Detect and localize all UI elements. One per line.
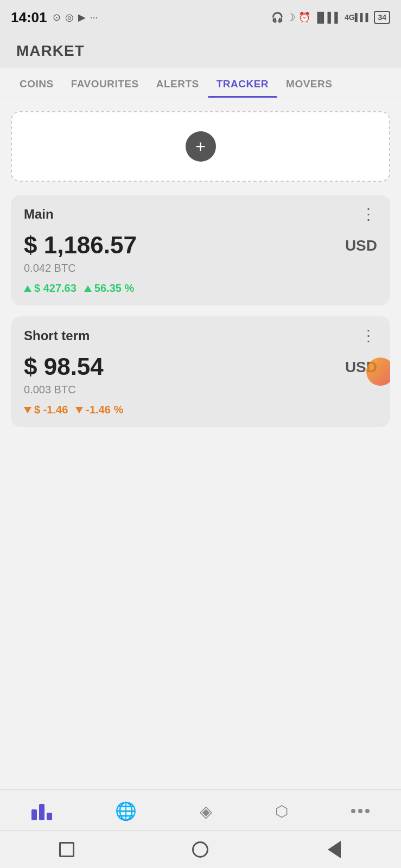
globe-icon: 🌐 (115, 801, 137, 821)
status-left: 14:01 ⊙ ◎ ▶ ··· (11, 9, 98, 26)
bar1 (31, 809, 37, 820)
arrow-down-icon (24, 407, 31, 413)
signal-icon: ▐▌▌▌ (314, 12, 341, 23)
tab-alerts[interactable]: ALERTS (148, 68, 208, 98)
card-change-amount-short-term: $ -1.46 (24, 404, 68, 416)
status-right: 🎧 ☽ ⏰ ▐▌▌▌ 4G▌▌▌ 34 (271, 11, 390, 24)
nav-item-diamond[interactable]: ⬡ (264, 799, 299, 824)
home-icon (192, 841, 208, 858)
moon-icon: ☽ (287, 11, 295, 23)
card-amount-row-short-term: $ 98.54 USD (24, 353, 377, 380)
tab-favourites[interactable]: FAVOURITES (62, 68, 148, 98)
card-change-percent-short-term: -1.46 % (75, 404, 123, 416)
card-change-row-short-term: $ -1.46 -1.46 % (24, 404, 377, 416)
nav-item-chart[interactable] (21, 799, 63, 824)
arrow-down-icon-2 (75, 407, 83, 413)
back-icon (328, 841, 341, 858)
tab-coins[interactable]: COINS (11, 68, 62, 98)
card-menu-short-term[interactable]: ⋮ (361, 328, 377, 343)
main-content: + Main ⋮ $ 1,186.57 USD 0.042 BTC $ 427.… (0, 98, 401, 789)
dot3 (365, 809, 370, 813)
card-change-amount-main: $ 427.63 (24, 282, 77, 295)
diamond-icon: ⬡ (275, 802, 288, 820)
card-header-short-term: Short term ⋮ (24, 328, 377, 343)
card-change-row-main: $ 427.63 56.35 % (24, 282, 377, 295)
network-icon: 4G▌▌▌ (345, 13, 371, 22)
card-btc-short-term: 0.003 BTC (24, 384, 377, 396)
status-bar: 14:01 ⊙ ◎ ▶ ··· 🎧 ☽ ⏰ ▐▌▌▌ 4G▌▌▌ 34 (0, 0, 401, 33)
bottom-nav: 🌐 ◈ ⬡ (0, 789, 401, 830)
card-btc-main: 0.042 BTC (24, 262, 377, 275)
add-portfolio-box[interactable]: + (11, 111, 390, 182)
sys-stop-button[interactable] (57, 840, 77, 859)
dot2 (358, 809, 362, 813)
battery-indicator: 34 (374, 11, 390, 24)
card-amount-main: $ 1,186.57 (24, 232, 137, 259)
status-time: 14:01 (11, 9, 47, 26)
camera-icon: ▶ (78, 11, 86, 23)
page-title: MARKET (16, 42, 85, 59)
alarm-icon: ⏰ (298, 11, 310, 23)
card-title-short-term: Short term (24, 328, 90, 343)
instagram-icon: ⊙ (53, 11, 61, 23)
sys-nav (0, 830, 401, 868)
dot1 (351, 809, 355, 813)
card-change-percent-main: 56.35 % (84, 282, 134, 295)
arrow-up-icon (24, 285, 31, 292)
portfolio-card-main: Main ⋮ $ 1,186.57 USD 0.042 BTC $ 427.63… (11, 195, 390, 305)
more-dots-icon: ··· (90, 12, 98, 23)
card-header-main: Main ⋮ (24, 207, 377, 222)
bar3 (47, 813, 52, 820)
nav-item-globe[interactable]: 🌐 (104, 797, 148, 825)
card-menu-main[interactable]: ⋮ (361, 207, 377, 222)
status-app-icons: ⊙ ◎ ▶ ··· (53, 11, 98, 23)
sys-home-button[interactable] (190, 840, 210, 859)
chart-bars-icon (31, 802, 52, 820)
nav-item-more[interactable] (340, 806, 380, 816)
card-amount-short-term: $ 98.54 (24, 353, 104, 380)
sys-back-button[interactable] (324, 840, 344, 859)
add-portfolio-button[interactable]: + (186, 131, 216, 162)
arrow-up-icon-2 (84, 285, 92, 292)
tab-tracker[interactable]: TRACKER (208, 68, 277, 98)
token-icon: ◈ (200, 802, 212, 821)
card-currency-main: USD (345, 232, 377, 254)
card-amount-row-main: $ 1,186.57 USD (24, 232, 377, 259)
tab-movers[interactable]: MOVERS (277, 68, 341, 98)
portfolio-card-short-term: Short term ⋮ $ 98.54 USD 0.003 BTC $ -1.… (11, 316, 390, 427)
nav-item-token[interactable]: ◈ (189, 799, 223, 824)
avatar (366, 358, 390, 386)
header: MARKET (0, 33, 401, 68)
whatsapp-icon: ◎ (65, 11, 74, 23)
headphone-icon: 🎧 (271, 11, 283, 23)
bar2 (39, 804, 44, 820)
more-dots-nav-icon (351, 809, 370, 813)
tabs-bar: COINS FAVOURITES ALERTS TRACKER MOVERS (0, 68, 401, 98)
stop-icon (59, 842, 74, 857)
card-title-main: Main (24, 207, 54, 222)
